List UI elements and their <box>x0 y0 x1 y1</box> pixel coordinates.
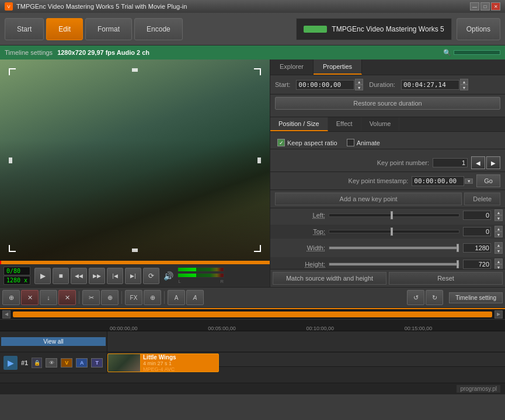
reset-button[interactable]: Reset <box>389 272 503 285</box>
width-slider[interactable] <box>329 246 459 250</box>
duration-input[interactable] <box>401 80 459 90</box>
height-thumb <box>457 260 459 268</box>
video-clip[interactable]: Little Wings 4 min 27 s 1 MPEG-4 AVC <box>107 354 219 372</box>
dur-up[interactable]: ▲ <box>460 79 468 85</box>
next-frame-button[interactable]: ▶▶ <box>89 268 105 284</box>
properties-tab[interactable]: Properties <box>314 60 362 75</box>
volume-icon: 🔊 <box>163 271 173 281</box>
tc-v-button[interactable]: V <box>61 358 72 368</box>
undo-button[interactable]: ↺ <box>407 290 424 305</box>
redo-button[interactable]: ↻ <box>426 290 443 305</box>
view-all-button[interactable]: View all <box>1 337 106 346</box>
tc-a-button[interactable]: A <box>76 358 88 368</box>
edit-button[interactable]: Edit <box>46 18 83 40</box>
duration-input-group: ▲ ▼ <box>401 79 468 90</box>
scale-mark-2: 00:10:00,00 <box>307 326 335 331</box>
handle-tr <box>254 68 261 75</box>
restore-button[interactable]: Restore source duration <box>275 97 500 110</box>
text-alt-button[interactable]: A <box>186 290 204 305</box>
timeline-nav-left[interactable]: ◀ <box>2 310 11 318</box>
add-button2[interactable]: ⊕ <box>101 290 119 305</box>
scrub-bar[interactable] <box>0 261 270 264</box>
dur-down[interactable]: ▼ <box>460 85 468 90</box>
text-button[interactable]: A <box>168 290 185 305</box>
top-slider[interactable] <box>329 230 459 233</box>
tc-eye-button[interactable]: 👁 <box>46 358 57 368</box>
app-icon: V <box>5 2 13 10</box>
sub-tabs: Position / Size Effect Volume <box>270 117 505 132</box>
cut-button[interactable]: ✂ <box>82 290 100 305</box>
keep-aspect-checkbox[interactable] <box>277 139 285 146</box>
remove-button2[interactable]: ✕ <box>58 290 76 305</box>
kp-next-button[interactable]: ▶ <box>486 156 500 169</box>
lock-icon[interactable]: 🔒 <box>32 358 42 368</box>
left-slider[interactable] <box>329 214 459 217</box>
delete-keypoint-button[interactable]: Delete <box>464 192 500 205</box>
maximize-button[interactable]: □ <box>480 2 490 10</box>
timeline-nav-right[interactable]: ▶ <box>494 310 503 318</box>
explorer-tab[interactable]: Explorer <box>270 60 314 75</box>
keypoint-timestamp-row: Key point timestamp: ▼ Go <box>270 172 505 190</box>
search-icon: 🔍 <box>443 49 451 57</box>
encode-button[interactable]: Encode <box>134 18 183 40</box>
add-fx-button[interactable]: ⊕ <box>144 290 161 305</box>
width-label: Width: <box>273 244 325 251</box>
top-down[interactable]: ▼ <box>494 232 503 237</box>
skip-back-button[interactable]: |◀ <box>107 268 123 284</box>
status-area: TMPGEnc Video Mastering Works 5 Options <box>296 18 500 40</box>
track-1-label: ▶ #1 🔒 👁 V A T <box>0 352 107 373</box>
add-keypoint-button[interactable]: Add a new key point <box>275 192 462 205</box>
timeline-nav: ◀ ▶ <box>0 309 505 320</box>
loop-button[interactable]: ⟳ <box>143 268 159 284</box>
start-spinner: ▲ ▼ <box>355 79 363 90</box>
tc-t-button[interactable]: T <box>91 358 103 368</box>
options-button[interactable]: Options <box>457 18 500 40</box>
fx-button[interactable]: FX <box>125 290 142 305</box>
stop-button[interactable]: ■ <box>53 268 69 284</box>
width-up[interactable]: ▲ <box>494 242 503 248</box>
kp-ts-down[interactable]: ▼ <box>465 178 473 184</box>
height-slider[interactable] <box>329 262 459 266</box>
skip-fwd-button[interactable]: ▶| <box>125 268 141 284</box>
add-clip-button[interactable]: ⊕ <box>2 290 20 305</box>
volume-tab[interactable]: Volume <box>361 117 400 131</box>
preview-area: 0/80 1280 x ▶ ■ ◀◀ ▶▶ |◀ ▶| ⟳ 🔊 LR <box>0 60 270 287</box>
width-input[interactable] <box>463 243 491 253</box>
match-source-button[interactable]: Match source width and height <box>273 272 386 285</box>
height-down[interactable]: ▼ <box>494 264 503 269</box>
format-button[interactable]: Format <box>85 18 132 40</box>
clip-duration: 4 min 27 s 1 <box>143 360 176 366</box>
remove-clip-button[interactable]: ✕ <box>21 290 39 305</box>
kp-ts-input[interactable] <box>412 176 464 186</box>
start-button[interactable]: Start <box>5 18 44 40</box>
effect-tab[interactable]: Effect <box>328 117 361 131</box>
timeline-setting-button[interactable]: Timeline setting <box>449 292 503 303</box>
timeline-scrollbar[interactable] <box>13 312 492 317</box>
start-input[interactable] <box>296 80 354 90</box>
position-size-tab[interactable]: Position / Size <box>270 117 328 131</box>
playhead <box>0 261 1 264</box>
main-content: 0/80 1280 x ▶ ■ ◀◀ ▶▶ |◀ ▶| ⟳ 🔊 LR <box>0 60 505 287</box>
go-button[interactable]: Go <box>476 174 500 187</box>
kp-prev-button[interactable]: ◀ <box>471 156 485 169</box>
handle-mr <box>257 158 261 163</box>
panel-tabs: Explorer Properties <box>270 60 505 75</box>
left-input[interactable] <box>463 211 491 220</box>
animate-checkbox[interactable] <box>347 139 354 146</box>
play-button[interactable]: ▶ <box>34 268 51 284</box>
start-down[interactable]: ▼ <box>355 85 363 90</box>
timeline-body: View all ▶ #1 🔒 👁 V A T <box>0 331 505 373</box>
minimize-button[interactable]: — <box>470 2 479 10</box>
width-down[interactable]: ▼ <box>494 248 503 254</box>
close-button[interactable]: ✕ <box>491 2 500 10</box>
left-up[interactable]: ▲ <box>494 209 503 215</box>
kp-number-input[interactable] <box>433 158 468 167</box>
height-input[interactable] <box>463 260 491 269</box>
height-up[interactable]: ▲ <box>494 258 503 264</box>
prev-frame-button[interactable]: ◀◀ <box>71 268 87 284</box>
left-down[interactable]: ▼ <box>494 215 503 221</box>
move-down-button[interactable]: ↓ <box>40 290 57 305</box>
start-up[interactable]: ▲ <box>355 79 363 85</box>
top-input[interactable] <box>463 227 491 236</box>
top-up[interactable]: ▲ <box>494 226 503 232</box>
